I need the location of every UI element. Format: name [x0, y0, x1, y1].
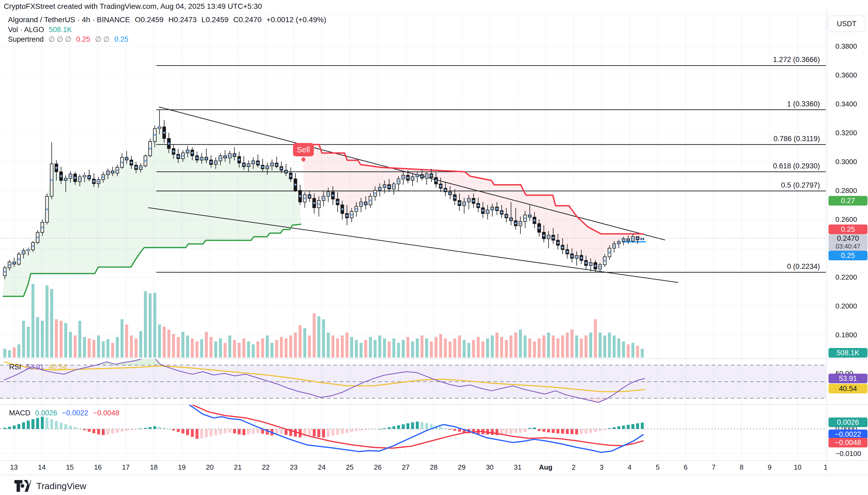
tradingview-chart-window: 1.272 (0.3666)1 (0.3360)0.786 (0.3119)0.…	[0, 0, 868, 495]
price-change: +0.0012 (+0.49%)	[266, 16, 326, 24]
macd-signal-value: −0.0048	[93, 409, 119, 417]
rsi-label: RSI	[9, 363, 21, 371]
symbol-legend[interactable]: Algorand / TetherUS · 4h · BINANCE O0.24…	[8, 16, 326, 24]
price-axis-tick: 0.3000	[835, 158, 857, 166]
price-axis-tick: 0.2200	[835, 273, 857, 281]
watermark-attribution: CryptoFXStreet created with TradingView.…	[4, 2, 262, 11]
tradingview-brand-text: TradingView	[36, 481, 86, 491]
price-axis-tick: 0.3400	[835, 100, 857, 108]
x-axis-label: 10	[794, 463, 801, 471]
volume-layer	[3, 284, 644, 358]
price-badge-supertrend-sell: 0.25	[829, 224, 867, 234]
x-axis-label: 31	[514, 463, 521, 471]
x-axis-label: 26	[374, 463, 382, 471]
x-axis-label: 20	[206, 463, 214, 471]
rsi-axis-badge: 53.91	[829, 374, 867, 383]
chart-canvas[interactable]: 1.272 (0.3666)1 (0.3360)0.786 (0.3119)0.…	[0, 0, 868, 495]
supertrend-empty-values: ∅ ∅	[95, 35, 110, 44]
fib-level-label: 0.786 (0.3119)	[774, 135, 820, 143]
x-axis-label: 2	[572, 463, 575, 471]
price-axis-tick: 0.3800	[835, 42, 857, 50]
macd-axis-tick: −0.0100	[835, 449, 861, 458]
fib-level-label: 1 (0.3360)	[787, 100, 820, 108]
price-axis-tick: 0.1800	[835, 331, 857, 339]
x-axis-label: 30	[486, 463, 494, 471]
macd-signal-axis-badge: −0.0048	[829, 438, 867, 447]
macd-pane-legend[interactable]: MACD 0.0026 −0.0022 −0.0048	[9, 409, 119, 417]
rsi-pane-legend[interactable]: RSI 53.91 40.54	[9, 363, 67, 371]
x-axis-label: 25	[346, 463, 354, 471]
ohlc-open: O0.2459	[135, 16, 163, 24]
fib-level-label: 0.618 (0.2930)	[773, 162, 820, 170]
x-axis-label: 9	[767, 463, 771, 471]
tradingview-logo-icon	[14, 480, 32, 492]
symbol-title: Algorand / TetherUS · 4h · BINANCE	[8, 16, 130, 24]
x-axis-label: 14	[38, 463, 46, 471]
rsi-ma-axis-badge: 40.54	[829, 384, 867, 393]
x-axis-label: 16	[94, 463, 102, 471]
x-axis-label: 27	[402, 463, 410, 471]
x-axis-label: 15	[66, 463, 74, 471]
x-axis-label: 17	[122, 463, 130, 471]
fib-level-label: 0 (0.2234)	[787, 262, 820, 271]
x-axis-label: 8	[740, 463, 744, 471]
supertrend-buy-value: 0.25	[114, 35, 128, 44]
x-axis-label: 19	[178, 463, 185, 471]
price-badge-supertrend-buy: 0.25	[829, 251, 867, 260]
price-axis-tick: 0.2000	[835, 302, 857, 310]
time-axis-labels[interactable]: 13141516171819202122232425262728293031Au…	[10, 463, 828, 471]
bar-countdown: 03:40:47	[835, 242, 860, 250]
price-badge-last-price: 0.2470 03:40:47	[829, 234, 867, 251]
ohlc-low: L0.2459	[201, 16, 228, 24]
macd-line-value: −0.0022	[62, 409, 88, 417]
volume-legend[interactable]: Vol · ALGO 508.1K	[8, 25, 72, 34]
supertrend-empty-values: ∅ ∅ ∅	[49, 35, 72, 44]
supertrend-legend[interactable]: Supertrend ∅ ∅ ∅ 0.25 ∅ ∅ 0.25	[8, 35, 128, 44]
x-axis-label: 24	[318, 463, 325, 471]
macd-hist-value: 0.0026	[35, 409, 57, 417]
macd-hist-axis-badge: 0.0026	[829, 417, 867, 427]
tradingview-footer[interactable]: TradingView	[14, 480, 86, 492]
x-axis-label: Aug	[539, 463, 553, 471]
price-axis-tick: 0.2600	[835, 216, 857, 223]
x-axis-label: 23	[290, 463, 298, 471]
x-axis-label: 13	[10, 463, 18, 471]
x-axis-label: 7	[712, 463, 715, 471]
ohlc-close: C0.2470	[233, 16, 262, 24]
x-axis-label: 5	[656, 463, 659, 471]
price-badge-supertrend-up: 0.27	[829, 196, 867, 206]
price-axis-tick: 0.3600	[835, 71, 857, 79]
x-axis-label: 6	[684, 463, 688, 471]
price-axis-tick: 0.3200	[835, 129, 857, 137]
supertrend-sell-value: 0.25	[76, 35, 90, 44]
last-price-value: 0.2470	[837, 235, 859, 242]
supertrend-fill-layer	[3, 127, 644, 296]
x-axis-label: 18	[150, 463, 158, 471]
fib-level-label: 1.272 (0.3666)	[773, 56, 820, 64]
x-axis-label: 22	[262, 463, 270, 471]
fib-level-label: 0.5 (0.2797)	[781, 181, 820, 189]
x-axis-label: 3	[600, 463, 604, 471]
volume-axis-badge: 508.1K	[829, 348, 867, 358]
supertrend-legend-label: Supertrend	[8, 35, 44, 44]
x-axis-label: 29	[458, 463, 465, 471]
macd-label: MACD	[9, 409, 31, 417]
price-axis-tick: 0.2800	[835, 187, 857, 194]
currency-toggle-button[interactable]: USDT	[828, 16, 865, 32]
x-axis-label: 21	[234, 463, 242, 471]
sell-signal-badge: Sell	[293, 143, 314, 156]
volume-legend-label: Vol · ALGO	[8, 25, 44, 34]
x-axis-label: 4	[627, 463, 631, 471]
x-axis-label: 28	[430, 463, 438, 471]
rsi-ma-value: 40.54	[49, 363, 67, 371]
ohlc-high: H0.2473	[168, 16, 197, 24]
rsi-value: 53.91	[26, 363, 44, 371]
volume-legend-value: 508.1K	[49, 25, 72, 34]
